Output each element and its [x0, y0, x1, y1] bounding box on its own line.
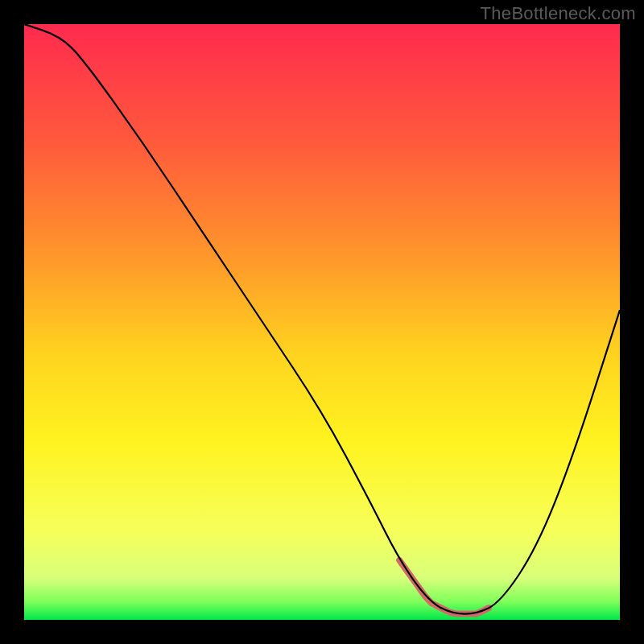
- chart-frame: TheBottleneck.com: [0, 0, 644, 644]
- plot-background: [24, 24, 620, 620]
- watermark-text: TheBottleneck.com: [481, 3, 636, 24]
- bottleneck-chart: [24, 24, 620, 620]
